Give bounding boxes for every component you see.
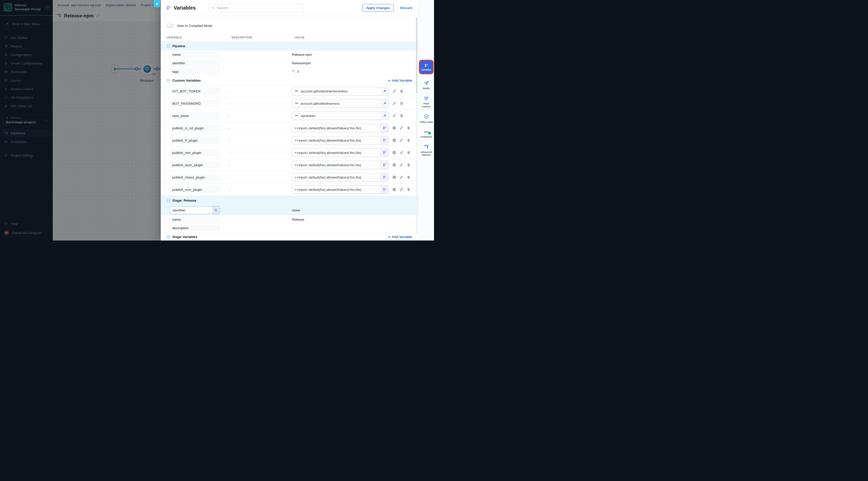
section-header-pipeline: −Pipeline xyxy=(161,41,418,51)
delete-variable-icon[interactable] xyxy=(407,163,411,167)
apply-changes-button[interactable]: Apply Changes xyxy=(363,4,394,12)
variable-row-git-bot-token: GIT_BOT_TOKEN-account.githubbotharnessto… xyxy=(161,85,418,97)
variable-row-publish-ci-cd-plugin: publish_ci_cd_plugin-<+input>.default(No… xyxy=(161,122,418,134)
secret-value-input[interactable]: account.githubbotharness xyxy=(292,99,389,108)
expression-value-input[interactable]: <+input>.default(No).allowedValues(Yes,N… xyxy=(292,124,389,132)
collapse-minus-icon[interactable]: − xyxy=(167,199,170,202)
expression-sigma-icon[interactable]: Σx xyxy=(380,173,389,181)
expression-sigma-icon[interactable]: Σx xyxy=(380,124,389,132)
variable-row-name: nameRelease xyxy=(161,215,418,224)
edit-variable-icon[interactable] xyxy=(392,114,396,118)
section-label: Stage Variables xyxy=(172,235,197,239)
delete-variable-icon[interactable] xyxy=(407,151,411,155)
secret-value-input[interactable]: npmtoken xyxy=(292,111,389,120)
rail-attention-ring: Σx Variables xyxy=(419,60,434,74)
variable-name: identifier xyxy=(170,60,220,66)
tags-value: 0 xyxy=(292,69,299,74)
variable-description: - xyxy=(228,102,292,105)
edit-variable-icon[interactable] xyxy=(392,101,396,105)
drawer-scrollbar[interactable] xyxy=(416,18,417,233)
variable-row-tags: tags0 xyxy=(161,67,418,76)
variable-name-input[interactable] xyxy=(170,209,212,212)
variable-row-publish-chaos-plugin: publish_chaos_plugin-<+input>.default(No… xyxy=(161,171,418,184)
section-header-custom-variables: −Custom Variables+Add Variable xyxy=(161,76,418,85)
rail-tab-policy-sets[interactable]: Policy Sets xyxy=(419,114,434,123)
edit-variable-icon[interactable] xyxy=(399,163,403,167)
rail-tab-flow-control[interactable]: Flow Control xyxy=(419,96,434,108)
section-label: Pipeline xyxy=(172,44,185,48)
expression-value-input[interactable]: <+input>.default(No).allowedValues(Yes,N… xyxy=(292,185,389,194)
delete-variable-icon[interactable] xyxy=(400,101,404,105)
compiled-mode-toggle[interactable] xyxy=(167,24,174,28)
input-settings-gear-icon[interactable]: ⚙ xyxy=(392,163,396,167)
close-drawer-button[interactable]: X xyxy=(153,0,160,7)
edit-variable-icon[interactable] xyxy=(399,126,403,130)
advanced-options-icon xyxy=(424,144,429,149)
drawer-main: Σx Variables Apply Changes Discard View … xyxy=(161,0,418,241)
rail-tab-notify[interactable]: Notify xyxy=(419,80,434,90)
delete-variable-icon[interactable] xyxy=(407,138,411,142)
delete-variable-icon[interactable] xyxy=(400,89,404,93)
compiled-mode-label: View in Compiled Mode xyxy=(177,24,213,28)
codebase-icon: </> ✓ xyxy=(424,130,429,134)
collapse-minus-icon[interactable]: − xyxy=(167,79,170,82)
edit-variable-icon[interactable] xyxy=(399,188,403,192)
plus-icon: + xyxy=(388,78,390,83)
edit-variable-icon[interactable] xyxy=(399,138,403,142)
input-settings-gear-icon[interactable]: ⚙ xyxy=(392,175,396,180)
variable-row-publish-ccm-plugin: publish_ccm_plugin-<+input>.default(No).… xyxy=(161,184,418,196)
input-settings-gear-icon[interactable]: ⚙ xyxy=(392,151,396,155)
add-variable-button[interactable]: +Add Variable xyxy=(388,78,412,83)
variable-name: GIT_BOT_TOKEN xyxy=(170,88,220,95)
tag-icon xyxy=(292,69,296,74)
variable-row-publish-ff-plugin: publish_ff_plugin-<+input>.default(No).a… xyxy=(161,134,418,147)
search-input[interactable] xyxy=(217,6,300,10)
add-variable-button[interactable]: +Add Variable xyxy=(388,235,412,239)
pin-icon[interactable] xyxy=(380,99,389,107)
variables-drawer: Σx Variables Apply Changes Discard View … xyxy=(161,0,434,241)
copy-icon[interactable] xyxy=(212,206,220,214)
section-header-stage-variables: −Stage Variables+Add Variable xyxy=(161,232,418,241)
delete-variable-icon[interactable] xyxy=(407,175,411,179)
rail-tab-codebase[interactable]: </> ✓ Codebase xyxy=(419,130,434,138)
pin-icon[interactable] xyxy=(380,112,389,120)
variables-table-body: −PipelinenameRelease-npmidentifierReleas… xyxy=(161,41,418,241)
variable-name: description xyxy=(170,225,220,231)
search-box xyxy=(209,4,303,12)
pin-icon[interactable] xyxy=(380,87,389,95)
edit-variable-icon[interactable] xyxy=(392,89,396,93)
paper-plane-icon xyxy=(424,80,429,86)
expression-sigma-icon[interactable]: Σx xyxy=(380,186,389,194)
collapse-minus-icon[interactable]: − xyxy=(167,44,170,48)
expression-value-input[interactable]: <+input>.default(No).allowedValues(Yes,N… xyxy=(292,148,389,157)
variable-name: npm_token xyxy=(170,112,220,120)
table-header: VARIABLE DESCRIPTION VALUE xyxy=(161,32,418,41)
expression-sigma-icon[interactable]: Σx xyxy=(380,136,389,145)
delete-variable-icon[interactable] xyxy=(407,126,411,130)
compiled-mode-row: View in Compiled Mode xyxy=(161,16,418,32)
variable-name: name xyxy=(170,52,220,58)
secret-value-input[interactable]: account.githubbotharnesstoken xyxy=(292,87,389,95)
rail-tab-variables[interactable]: Σx Variables xyxy=(420,61,433,73)
variable-description: - xyxy=(228,89,292,93)
variable-name: BOT_PASSWORD xyxy=(170,100,220,107)
expression-value-input[interactable]: <+input>.default(No).allowedValues(Yes,N… xyxy=(292,173,389,182)
collapse-minus-icon[interactable]: − xyxy=(167,235,170,238)
variable-name: name xyxy=(170,216,220,223)
edit-variable-icon[interactable] xyxy=(399,175,403,179)
expression-value-input[interactable]: <+input>.default(No).allowedValues(Yes,N… xyxy=(292,136,389,145)
expression-sigma-icon[interactable]: Σx xyxy=(380,149,389,157)
input-settings-gear-icon[interactable]: ⚙ xyxy=(392,188,396,192)
variable-name: publish_ff_plugin xyxy=(170,137,220,144)
delete-variable-icon[interactable] xyxy=(400,114,404,118)
discard-button[interactable]: Discard xyxy=(400,6,412,10)
input-settings-gear-icon[interactable]: ⚙ xyxy=(392,138,396,142)
edit-variable-icon[interactable] xyxy=(399,151,403,155)
input-settings-gear-icon[interactable]: ⚙ xyxy=(392,126,396,130)
expression-value-input[interactable]: <+input>.default(No).allowedValues(Yes,N… xyxy=(292,161,389,169)
rail-tab-advanced-options[interactable]: Advanced Options xyxy=(419,144,434,156)
variable-name: publish_srm_plugin xyxy=(170,149,220,156)
expression-sigma-icon[interactable]: Σx xyxy=(380,161,389,169)
column-header-value: VALUE xyxy=(295,36,412,39)
delete-variable-icon[interactable] xyxy=(407,188,411,192)
